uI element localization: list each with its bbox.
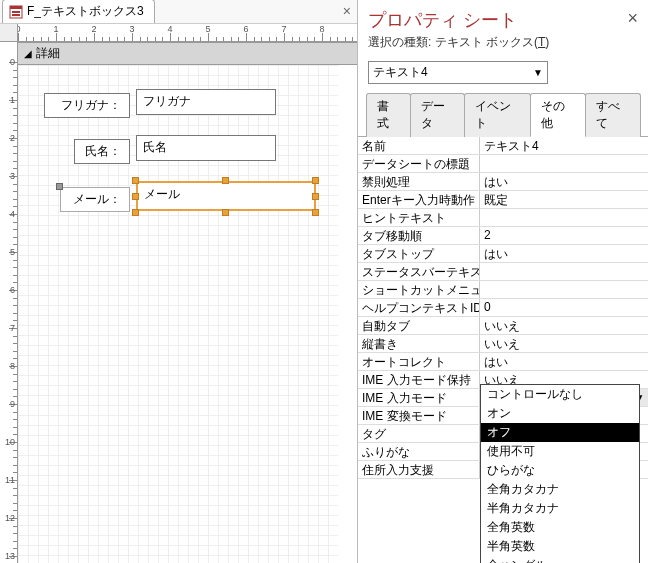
selection-handle[interactable]: [312, 177, 319, 184]
dropdown-item[interactable]: 全ハングル: [481, 556, 639, 563]
form-tab[interactable]: F_テキストボックス3: [2, 0, 155, 23]
property-tab-2[interactable]: イベント: [464, 93, 531, 137]
ruler-corner[interactable]: [0, 24, 18, 42]
form-tab-title: F_テキストボックス3: [27, 3, 144, 20]
property-row[interactable]: ショートカットメニューバー: [358, 281, 648, 299]
selection-handle[interactable]: [56, 183, 63, 190]
property-tab-4[interactable]: すべて: [585, 93, 641, 137]
property-tab-1[interactable]: データ: [410, 93, 466, 137]
label-furigana[interactable]: フリガナ：: [44, 93, 130, 118]
property-value[interactable]: はい: [480, 245, 648, 262]
property-value[interactable]: はい: [480, 173, 648, 190]
selection-handle[interactable]: [312, 209, 319, 216]
dropdown-item[interactable]: オフ: [481, 423, 639, 442]
property-value[interactable]: [480, 263, 648, 280]
property-row[interactable]: データシートの標題: [358, 155, 648, 173]
property-row[interactable]: 縦書きいいえ: [358, 335, 648, 353]
property-close-button[interactable]: ×: [627, 8, 638, 29]
property-key: ヘルプコンテキストID: [358, 299, 480, 316]
property-key: オートコレクト: [358, 353, 480, 370]
property-subtitle: 選択の種類: テキスト ボックス(T): [368, 34, 638, 51]
property-object-selector[interactable]: テキスト4 ▼: [368, 61, 548, 84]
textbox-furigana[interactable]: フリガナ: [136, 89, 276, 115]
selection-handle[interactable]: [132, 193, 139, 200]
property-value[interactable]: 0: [480, 299, 648, 316]
property-key: タグ: [358, 425, 480, 442]
form-designer-pane: F_テキストボックス3 × 012345678 0123456789101112…: [0, 0, 358, 563]
property-key: タブストップ: [358, 245, 480, 262]
property-key: ショートカットメニューバー: [358, 281, 480, 298]
dropdown-item[interactable]: オン: [481, 404, 639, 423]
canvas-wrap: ◢ 詳細 フリガナ： フリガナ 氏名： 氏名 メール： メール: [18, 42, 357, 563]
form-tab-close[interactable]: ×: [343, 3, 351, 19]
property-title: プロパティ シート: [368, 8, 638, 32]
property-key: 自動タブ: [358, 317, 480, 334]
property-header: プロパティ シート × 選択の種類: テキスト ボックス(T): [358, 0, 648, 53]
property-key: 名前: [358, 137, 480, 154]
ime-mode-dropdown[interactable]: コントロールなしオンオフ使用不可ひらがな全角カタカナ半角カタカナ全角英数半角英数…: [480, 384, 640, 563]
dropdown-item[interactable]: コントロールなし: [481, 385, 639, 404]
selection-handle[interactable]: [132, 209, 139, 216]
label-mail[interactable]: メール：: [60, 187, 130, 212]
property-row[interactable]: オートコレクトはい: [358, 353, 648, 371]
form-tab-bar: F_テキストボックス3 ×: [0, 0, 357, 24]
dropdown-item[interactable]: 使用不可: [481, 442, 639, 461]
property-value[interactable]: はい: [480, 353, 648, 370]
property-row[interactable]: ステータスバーテキスト: [358, 263, 648, 281]
ruler-horizontal[interactable]: 012345678: [18, 24, 357, 42]
svg-rect-1: [10, 6, 22, 9]
form-icon: [9, 5, 23, 19]
selection-handle[interactable]: [132, 177, 139, 184]
design-canvas[interactable]: フリガナ： フリガナ 氏名： 氏名 メール： メール: [18, 65, 338, 563]
property-value[interactable]: いいえ: [480, 335, 648, 352]
property-object-name: テキスト4: [373, 64, 428, 81]
section-header-detail[interactable]: ◢ 詳細: [18, 42, 357, 65]
textbox-mail[interactable]: メール: [136, 181, 316, 211]
property-key: ふりがな: [358, 443, 480, 460]
section-arrow-icon: ◢: [24, 48, 32, 59]
property-row[interactable]: ヘルプコンテキストID0: [358, 299, 648, 317]
dropdown-item[interactable]: 半角英数: [481, 537, 639, 556]
section-label: 詳細: [36, 45, 60, 62]
svg-rect-3: [12, 14, 20, 16]
property-value[interactable]: テキスト4: [480, 137, 648, 154]
dropdown-item[interactable]: 全角カタカナ: [481, 480, 639, 499]
property-value[interactable]: [480, 155, 648, 172]
property-row[interactable]: 禁則処理はい: [358, 173, 648, 191]
dropdown-item[interactable]: 全角英数: [481, 518, 639, 537]
property-key: 住所入力支援: [358, 461, 480, 478]
property-row[interactable]: 自動タブいいえ: [358, 317, 648, 335]
property-value[interactable]: [480, 281, 648, 298]
chevron-down-icon: ▼: [533, 67, 543, 78]
property-row[interactable]: 名前テキスト4: [358, 137, 648, 155]
selection-handle[interactable]: [222, 209, 229, 216]
property-value[interactable]: [480, 209, 648, 226]
property-key: ステータスバーテキスト: [358, 263, 480, 280]
property-value[interactable]: いいえ: [480, 317, 648, 334]
property-key: IME 入力モード保持: [358, 371, 480, 388]
label-shimei[interactable]: 氏名：: [74, 139, 130, 164]
dropdown-item[interactable]: ひらがな: [481, 461, 639, 480]
property-key: Enterキー入力時動作: [358, 191, 480, 208]
property-tab-0[interactable]: 書式: [366, 93, 411, 137]
property-row[interactable]: ヒントテキスト: [358, 209, 648, 227]
property-value[interactable]: 2: [480, 227, 648, 244]
selection-handle[interactable]: [222, 177, 229, 184]
dropdown-item[interactable]: 半角カタカナ: [481, 499, 639, 518]
property-key: IME 入力モード: [358, 389, 480, 406]
property-object-row: テキスト4 ▼: [358, 53, 648, 92]
selection-handle[interactable]: [312, 193, 319, 200]
textbox-shimei[interactable]: 氏名: [136, 135, 276, 161]
property-tabs: 書式データイベントその他すべて: [358, 92, 648, 137]
svg-rect-2: [12, 11, 20, 13]
property-key: ヒントテキスト: [358, 209, 480, 226]
property-row[interactable]: タブストップはい: [358, 245, 648, 263]
property-key: データシートの標題: [358, 155, 480, 172]
ruler-vertical[interactable]: 012345678910111213: [0, 42, 18, 563]
property-row[interactable]: Enterキー入力時動作既定: [358, 191, 648, 209]
property-row[interactable]: タブ移動順2: [358, 227, 648, 245]
property-key: タブ移動順: [358, 227, 480, 244]
property-key: 禁則処理: [358, 173, 480, 190]
property-value[interactable]: 既定: [480, 191, 648, 208]
property-tab-3[interactable]: その他: [530, 93, 586, 137]
